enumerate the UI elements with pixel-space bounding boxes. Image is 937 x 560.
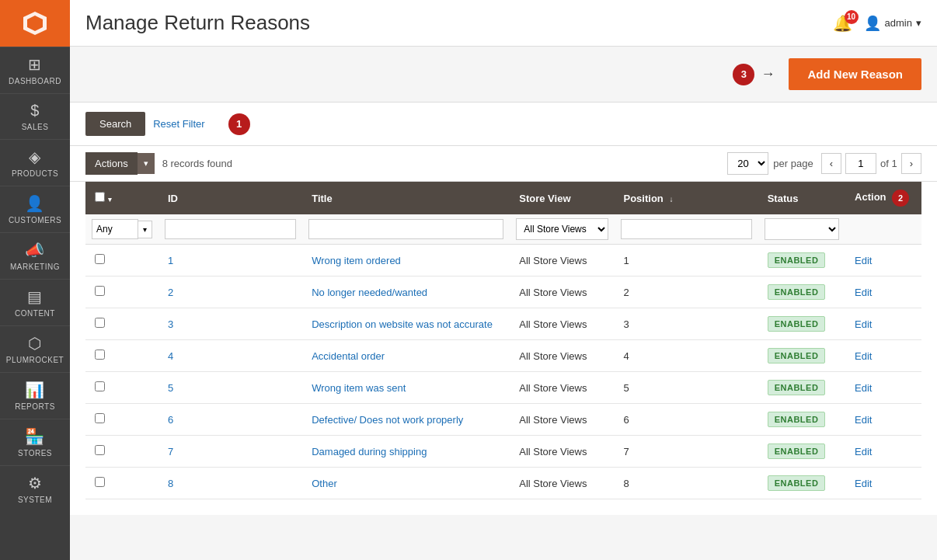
table-row: 4 Accidental order All Store Views 4 ENA… [85, 340, 921, 372]
page-title: Manage Return Reasons [85, 11, 310, 35]
search-button[interactable]: Search [85, 112, 145, 136]
row-id[interactable]: 8 [158, 468, 302, 499]
sidebar-item-system[interactable]: ⚙ SYSTEM [0, 465, 70, 512]
logo[interactable] [0, 0, 70, 47]
status-badge: ENABLED [768, 284, 826, 300]
sidebar-item-dashboard[interactable]: ⊞ DASHBOARD [0, 47, 70, 93]
row-checkbox-cell [85, 277, 158, 308]
row-action-cell: Edit [845, 340, 921, 372]
th-id: ID [158, 182, 302, 214]
row-store-view: All Store Views [510, 308, 614, 340]
row-checkbox[interactable] [95, 254, 105, 264]
row-checkbox[interactable] [95, 286, 105, 296]
row-checkbox-cell [85, 372, 158, 404]
row-title[interactable]: Wrong item ordered [302, 245, 510, 277]
edit-link[interactable]: Edit [855, 382, 872, 394]
filter-status-cell: ENABLED DISABLED [758, 214, 845, 245]
next-page-button[interactable]: › [901, 153, 921, 174]
page-number-input[interactable] [845, 153, 876, 174]
filter-any-input[interactable] [92, 219, 138, 239]
dropdown-arrow-icon: ▾ [916, 17, 921, 29]
row-checkbox[interactable] [95, 350, 105, 360]
row-title[interactable]: Defective/ Does not work properly [302, 404, 510, 436]
row-position: 4 [615, 340, 758, 372]
sidebar-item-marketing[interactable]: 📣 MARKETING [0, 232, 70, 279]
filter-title-input[interactable] [308, 219, 503, 239]
sidebar-item-label: REPORTS [15, 402, 55, 411]
row-checkbox[interactable] [95, 477, 105, 487]
user-icon: 👤 [864, 15, 881, 32]
row-title[interactable]: Damaged during shipping [302, 436, 510, 468]
notification-button[interactable]: 🔔 10 [833, 14, 852, 33]
filter-position-input[interactable] [621, 219, 752, 239]
edit-link[interactable]: Edit [855, 255, 872, 266]
row-id[interactable]: 6 [158, 404, 302, 436]
table-header-row: ▾ ID Title Store View Position ↓ Status … [85, 182, 921, 214]
row-position: 8 [615, 468, 758, 499]
filter-status-select[interactable]: ENABLED DISABLED [765, 218, 839, 240]
sidebar-item-sales[interactable]: $ SALES [0, 93, 70, 139]
sidebar-item-customers[interactable]: 👤 CUSTOMERS [0, 186, 70, 232]
row-title[interactable]: Description on website was not accurate [302, 308, 510, 340]
row-status: ENABLED [758, 308, 845, 340]
customers-icon: 👤 [25, 194, 45, 213]
edit-link[interactable]: Edit [855, 414, 872, 426]
add-new-reason-button[interactable]: Add New Reason [789, 58, 921, 90]
sidebar-item-reports[interactable]: 📊 REPORTS [0, 372, 70, 419]
edit-link[interactable]: Edit [855, 350, 872, 362]
arrow-right-icon: → [761, 66, 775, 82]
actions-button[interactable]: Actions [85, 152, 138, 175]
row-checkbox[interactable] [95, 445, 105, 455]
edit-link[interactable]: Edit [855, 318, 872, 330]
row-checkbox-cell [85, 468, 158, 499]
per-page-select[interactable]: 20 30 50 [727, 152, 768, 175]
row-title[interactable]: Accidental order [302, 340, 510, 372]
row-id[interactable]: 4 [158, 340, 302, 372]
edit-link[interactable]: Edit [855, 478, 872, 489]
user-menu-button[interactable]: 👤 admin ▾ [864, 15, 921, 32]
filter-any-arrow[interactable]: ▾ [138, 221, 152, 238]
status-badge: ENABLED [768, 475, 826, 491]
row-title[interactable]: Other [302, 468, 510, 499]
step1-indicator: 1 [228, 113, 250, 135]
row-id[interactable]: 7 [158, 436, 302, 468]
row-checkbox[interactable] [95, 413, 105, 423]
page-navigation: ‹ of 1 › [821, 153, 921, 174]
sidebar-item-plumrocket[interactable]: ⬡ PLUMROCKET [0, 325, 70, 372]
row-position: 5 [615, 372, 758, 404]
row-id[interactable]: 3 [158, 308, 302, 340]
row-id[interactable]: 2 [158, 277, 302, 308]
sidebar-item-products[interactable]: ◈ PRODUCTS [0, 139, 70, 186]
filter-store-view-select[interactable]: All Store Views [516, 218, 608, 240]
row-id[interactable]: 5 [158, 372, 302, 404]
row-store-view: All Store Views [510, 277, 614, 308]
th-checkbox: ▾ [85, 182, 158, 214]
th-checkbox-arrow[interactable]: ▾ [108, 196, 112, 203]
select-all-checkbox[interactable] [95, 192, 105, 202]
row-title[interactable]: Wrong item was sent [302, 372, 510, 404]
data-grid: ▾ ID Title Store View Position ↓ Status … [70, 182, 937, 515]
sidebar-item-content[interactable]: ▤ CONTENT [0, 279, 70, 325]
table-body: 1 Wrong item ordered All Store Views 1 E… [85, 245, 921, 499]
th-action: Action 2 [845, 182, 921, 214]
row-checkbox[interactable] [95, 381, 105, 391]
sidebar-item-label: STORES [18, 449, 52, 457]
sort-arrow-icon: ↓ [669, 195, 673, 203]
row-action-cell: Edit [845, 245, 921, 277]
row-title[interactable]: No longer needed/wanted [302, 277, 510, 308]
row-checkbox[interactable] [95, 318, 105, 328]
filter-id-input[interactable] [165, 219, 296, 239]
edit-link[interactable]: Edit [855, 287, 872, 298]
row-status: ENABLED [758, 245, 845, 277]
edit-link[interactable]: Edit [855, 446, 872, 457]
reset-filter-button[interactable]: Reset Filter [153, 118, 204, 130]
row-id[interactable]: 1 [158, 245, 302, 277]
row-position: 3 [615, 308, 758, 340]
sidebar-item-stores[interactable]: 🏪 STORES [0, 419, 70, 465]
row-action-cell: Edit [845, 404, 921, 436]
status-badge: ENABLED [768, 348, 826, 363]
actions-dropdown-arrow[interactable]: ▾ [138, 153, 155, 174]
prev-page-button[interactable]: ‹ [821, 153, 841, 174]
status-badge: ENABLED [768, 252, 826, 268]
topbar: Manage Return Reasons 🔔 10 👤 admin ▾ [70, 0, 937, 47]
